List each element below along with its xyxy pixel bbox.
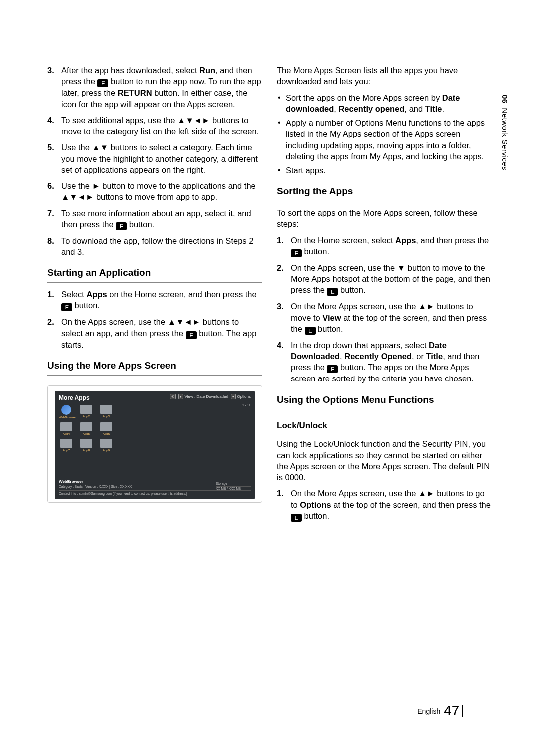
list-item: 4.To see additional apps, use the ▲▼◄► b… — [47, 115, 262, 137]
heading-options-menu: Using the Options Menu Functions — [277, 393, 492, 406]
page-content: 3. After the app has downloaded, select … — [47, 65, 492, 701]
enter-icon — [61, 303, 72, 311]
figure-toolbar: ⟲ ▾ View : Date Downloaded ▾ Options — [168, 394, 251, 400]
enter-icon — [305, 327, 316, 335]
list-item: 6.Use the ► button to move to the applic… — [47, 180, 262, 203]
sort-intro: To sort the apps on the More Apps screen… — [277, 207, 492, 230]
enter-icon — [116, 222, 127, 230]
heading-more-apps: Using the More Apps Screen — [47, 359, 262, 372]
enter-icon — [291, 514, 302, 522]
list-item: 8.To download the app, follow the direct… — [47, 235, 262, 258]
app-cell: App9 — [99, 439, 114, 452]
figure-footer: Storage XX MB / XXX MB WebBrowser Catego… — [59, 479, 251, 496]
list-item: 5.Use the ▲▼ buttons to select a categor… — [47, 142, 262, 175]
list-item: 7.To see more information about an app, … — [47, 208, 262, 230]
app-cell: App4 — [59, 422, 74, 436]
app-cell: App2 — [79, 405, 94, 419]
list-item: Sort the apps on the More Apps screen by… — [277, 92, 492, 115]
figure-pager: 1 / 9 — [242, 403, 250, 408]
right-column: The More Apps Screen lists all the apps … — [277, 65, 492, 527]
app-cell: App8 — [79, 439, 94, 452]
list-item: 2.On the Apps screen, use the ▼ button t… — [277, 262, 492, 296]
left-column: 3. After the app has downloaded, select … — [47, 65, 262, 527]
chapter-title: Network Services — [501, 108, 509, 170]
heading-starting-app: Starting an Application — [47, 266, 262, 279]
list-item: 4.In the drop down that appears, select … — [277, 340, 492, 384]
list-item: 1.Select Apps on the Home screen, and th… — [47, 289, 262, 311]
heading-sorting: Sorting the Apps — [277, 185, 492, 198]
list-item: 2.On the Apps screen, use the ▲▼◄► butto… — [47, 316, 262, 350]
more-apps-intro: The More Apps Screen lists all the apps … — [277, 65, 492, 87]
chapter-tab: 06 Network Services — [501, 95, 509, 170]
enter-icon — [97, 79, 108, 87]
lock-paragraph: Using the Lock/Unlock function and the S… — [277, 438, 492, 483]
app-cell: App6 — [99, 422, 114, 436]
enter-icon — [327, 365, 338, 373]
list-item: Apply a number of Options Menu functions… — [277, 117, 492, 162]
enter-icon — [327, 288, 338, 296]
footer-language: English — [417, 707, 440, 715]
app-cell: App3 — [99, 405, 114, 419]
chapter-number: 06 — [501, 95, 509, 106]
enter-icon — [291, 249, 302, 257]
list-item: 3. After the app has downloaded, select … — [47, 65, 262, 110]
figure-app-grid: WebBrowser App2 App3 App4 App5 App6 App7… — [59, 405, 124, 452]
list-item: Start apps. — [277, 165, 492, 176]
enter-icon — [186, 331, 197, 339]
list-item: 3.On the More Apps screen, use the ▲► bu… — [277, 301, 492, 335]
list-item: 1.On the Home screen, select Apps, and t… — [277, 235, 492, 257]
list-item: 1.On the More Apps screen, use the ▲► bu… — [277, 488, 492, 522]
page-footer: English 47| — [417, 703, 464, 719]
app-cell: App7 — [59, 439, 74, 452]
app-cell: App5 — [79, 422, 94, 436]
page-number: 47 — [442, 703, 461, 718]
app-cell: WebBrowser — [59, 405, 74, 419]
heading-lock-unlock: Lock/Unlock — [277, 420, 327, 433]
more-apps-screenshot: More Apps ⟲ ▾ View : Date Downloaded ▾ O… — [47, 385, 262, 503]
